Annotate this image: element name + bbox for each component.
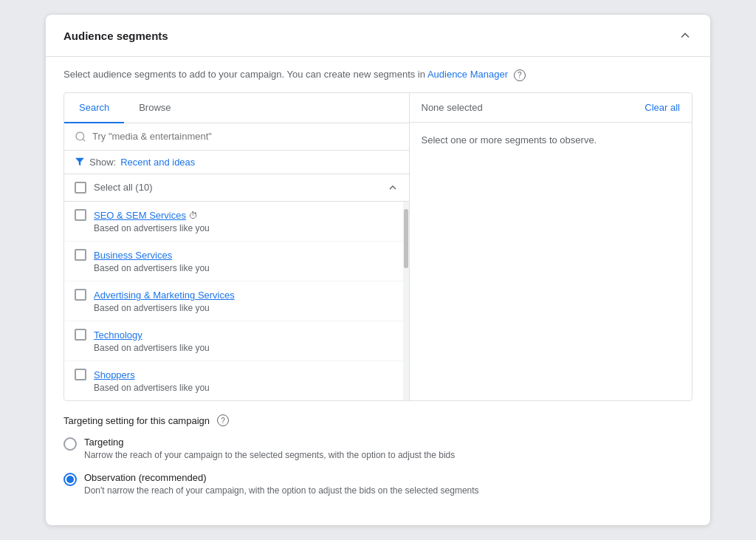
segment-text: Advertising & Marketing Services Based o… <box>94 289 235 313</box>
targeting-description: Narrow the reach of your campaign to the… <box>84 449 455 462</box>
segment-checkbox[interactable] <box>75 329 86 341</box>
collapse-icon[interactable] <box>678 28 693 43</box>
observation-description: Don't narrow the reach of your campaign,… <box>84 485 479 497</box>
targeting-label: Targeting <box>84 437 455 448</box>
targeting-option: Targeting Narrow the reach of your campa… <box>63 437 693 462</box>
select-all-row: Select all (10) <box>64 174 409 202</box>
segment-checkbox[interactable] <box>75 209 86 221</box>
targeting-header-text: Targeting setting for this campaign <box>63 415 210 426</box>
targeting-help-icon[interactable]: ? <box>217 414 229 426</box>
clear-all-button[interactable]: Clear all <box>645 102 680 113</box>
audience-segments-card: Audience segments Select audience segmen… <box>46 15 710 525</box>
filter-icon <box>75 157 85 167</box>
targeting-section: Targeting setting for this campaign ? Ta… <box>46 401 710 525</box>
segment-checkbox[interactable] <box>75 289 86 301</box>
segment-text: SEO & SEM Services ⏱ Based on advertiser… <box>94 209 210 233</box>
select-all-left: Select all (10) <box>75 182 152 194</box>
filter-value[interactable]: Recent and ideas <box>120 157 195 168</box>
observation-text: Observation (recommended) Don't narrow t… <box>84 472 479 497</box>
clock-icon: ⏱ <box>189 211 198 221</box>
search-input[interactable] <box>92 131 399 142</box>
segment-description: Based on advertisers like you <box>94 223 210 233</box>
none-selected-label: None selected <box>422 102 483 113</box>
segment-description: Based on advertisers like you <box>94 383 210 393</box>
targeting-radio[interactable] <box>63 437 77 451</box>
tabs-container: Search Browse <box>64 93 409 123</box>
list-item: Shoppers Based on advertisers like you <box>64 361 403 400</box>
list-item: Business Services Based on advertisers l… <box>64 242 403 281</box>
segment-list: SEO & SEM Services ⏱ Based on advertiser… <box>64 202 403 401</box>
segment-description: Based on advertisers like you <box>94 263 210 273</box>
card-title: Audience segments <box>63 30 168 42</box>
audience-manager-link[interactable]: Audience Manager <box>427 69 508 80</box>
segment-name[interactable]: Advertising & Marketing Services <box>94 289 235 302</box>
list-item: Advertising & Marketing Services Based o… <box>64 281 403 321</box>
targeting-text: Targeting Narrow the reach of your campa… <box>84 437 455 462</box>
observation-label: Observation (recommended) <box>84 472 479 483</box>
right-header: None selected Clear all <box>410 93 693 123</box>
targeting-header: Targeting setting for this campaign ? <box>63 414 693 426</box>
filter-row: Show: Recent and ideas <box>64 151 409 174</box>
search-box <box>64 123 409 151</box>
segment-text: Business Services Based on advertisers l… <box>94 249 210 273</box>
main-content: Search Browse Show: Recent and ideas <box>63 92 693 402</box>
list-item: Technology Based on advertisers like you <box>64 321 403 361</box>
filter-prefix: Show: <box>89 157 116 168</box>
segment-text: Shoppers Based on advertisers like you <box>94 369 210 393</box>
segment-name[interactable]: Technology <box>94 329 210 342</box>
scrollbar-thumb[interactable] <box>404 209 408 268</box>
segment-list-area: SEO & SEM Services ⏱ Based on advertiser… <box>64 202 409 401</box>
observation-option: Observation (recommended) Don't narrow t… <box>63 472 693 497</box>
select-all-label: Select all (10) <box>94 182 152 193</box>
segment-name[interactable]: SEO & SEM Services <box>94 209 186 222</box>
card-header: Audience segments <box>46 15 710 57</box>
segment-name[interactable]: Business Services <box>94 249 210 262</box>
list-item: SEO & SEM Services ⏱ Based on advertiser… <box>64 202 403 242</box>
segment-checkbox[interactable] <box>75 249 86 261</box>
svg-marker-2 <box>75 158 84 166</box>
left-panel: Search Browse Show: Recent and ideas <box>64 93 410 401</box>
segment-checkbox[interactable] <box>75 369 86 380</box>
search-icon <box>75 131 86 143</box>
segment-description: Based on advertisers like you <box>94 303 235 313</box>
help-icon[interactable]: ? <box>514 69 526 81</box>
scrollbar[interactable] <box>403 202 409 401</box>
svg-point-0 <box>76 132 84 140</box>
chevron-up-icon[interactable] <box>387 182 399 194</box>
description-text: Select audience segments to add to your … <box>63 69 425 80</box>
svg-line-1 <box>83 139 85 141</box>
segment-description: Based on advertisers like you <box>94 343 210 353</box>
tab-search[interactable]: Search <box>64 93 124 123</box>
card-description: Select audience segments to add to your … <box>46 57 710 92</box>
segment-name-row: SEO & SEM Services ⏱ <box>94 209 210 222</box>
tab-browse[interactable]: Browse <box>124 93 185 123</box>
segment-name[interactable]: Shoppers <box>94 369 210 382</box>
segment-text: Technology Based on advertisers like you <box>94 329 210 353</box>
right-empty-message: Select one or more segments to observe. <box>410 123 693 157</box>
right-panel: None selected Clear all Select one or mo… <box>410 93 693 401</box>
observation-radio[interactable] <box>63 473 77 486</box>
select-all-checkbox[interactable] <box>75 182 86 194</box>
